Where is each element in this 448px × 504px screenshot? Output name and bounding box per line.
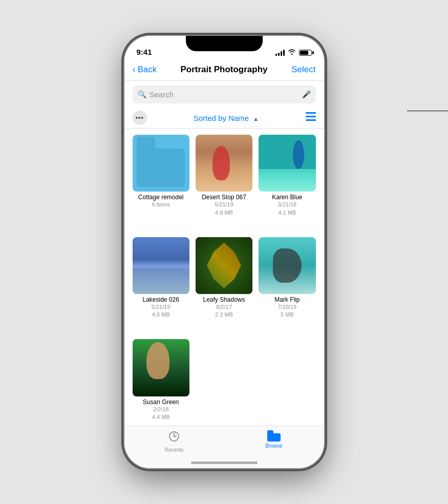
signal-icon [275,50,285,56]
item-sub: 8/2/172.3 MB [215,303,233,319]
wifi-icon [288,49,296,56]
svg-rect-2 [306,119,316,121]
tab-browse[interactable]: Browse [224,430,324,449]
sort-bar: ••• Sorted by Name ▲ [124,108,324,129]
photo-thumbnail [259,135,315,192]
tab-recents-label: Recents [165,447,184,453]
search-icon: 🔍 [138,90,146,98]
list-item[interactable]: Mark Flip 7/10/195 MB [259,237,315,333]
nav-title: Portrait Photography [178,65,270,75]
list-icon [306,112,316,121]
item-name: Desert Stop 067 [202,194,246,201]
phone-frame: 9:41 [124,36,324,468]
photo-thumbnail [133,237,189,294]
select-button[interactable]: Select [270,65,316,75]
recents-icon [168,430,180,446]
item-name: Leafy Shadows [203,296,245,303]
microphone-icon[interactable]: 🎤 [302,90,311,98]
list-item[interactable]: Susan Green 2/2/184.4 MB [133,339,189,435]
browse-icon [267,430,281,442]
svg-rect-0 [306,112,316,114]
dots-icon: ••• [135,114,143,122]
item-sub: 2/2/184.4 MB [152,406,170,422]
callout-line [407,111,448,111]
item-sub: 6 items [152,201,169,208]
notch [186,36,263,51]
back-label: Back [138,65,157,75]
tab-recents[interactable]: Recents [124,430,224,453]
search-container: 🔍 Search 🎤 [124,81,324,108]
more-options-button[interactable]: ••• [133,111,147,125]
photo-thumbnail [133,339,189,396]
svg-rect-1 [306,116,316,117]
status-icons [275,49,312,56]
battery-icon [299,50,312,56]
list-item[interactable]: Karen Blue 3/21/184.1 MB [259,135,315,231]
search-input[interactable]: Search [150,90,299,99]
item-name: Cottage remodel [138,194,184,201]
files-grid: Cottage remodel 6 items Desert Stop 067 … [124,129,324,442]
sort-label-text: Sorted by Name [194,114,249,122]
list-view-button[interactable] [306,112,316,124]
item-name: Susan Green [143,398,179,406]
status-time: 9:41 [137,48,152,56]
list-item[interactable]: Lakeside 026 5/21/194.6 MB [133,237,189,333]
tab-browse-label: Browse [265,443,282,449]
item-name: Karen Blue [272,194,302,201]
callout: Мењајте између приказалисте и икона. [407,95,448,127]
folder-thumbnail [133,135,189,192]
sort-button[interactable]: Sorted by Name ▲ [147,114,306,122]
item-sub: 3/21/184.1 MB [278,201,296,217]
nav-bar: ‹ Back Portrait Photography Select [124,58,324,81]
list-item[interactable]: Desert Stop 067 5/21/194.8 MB [196,135,252,231]
list-item[interactable]: Leafy Shadows 8/2/172.3 MB [196,237,252,333]
home-indicator [191,461,258,464]
item-name: Lakeside 026 [142,296,179,303]
photo-thumbnail [259,237,315,294]
item-sub: 5/21/194.6 MB [152,303,170,319]
photo-thumbnail [196,237,252,294]
chevron-left-icon: ‹ [133,64,136,75]
search-bar[interactable]: 🔍 Search 🎤 [133,85,316,103]
item-name: Mark Flip [274,296,300,303]
photo-thumbnail [196,135,252,192]
sort-arrow-icon: ▲ [253,116,259,122]
item-sub: 5/21/194.8 MB [215,201,233,217]
item-sub: 7/10/195 MB [278,303,296,319]
back-button[interactable]: ‹ Back [133,64,179,75]
list-item[interactable]: Cottage remodel 6 items [133,135,189,231]
